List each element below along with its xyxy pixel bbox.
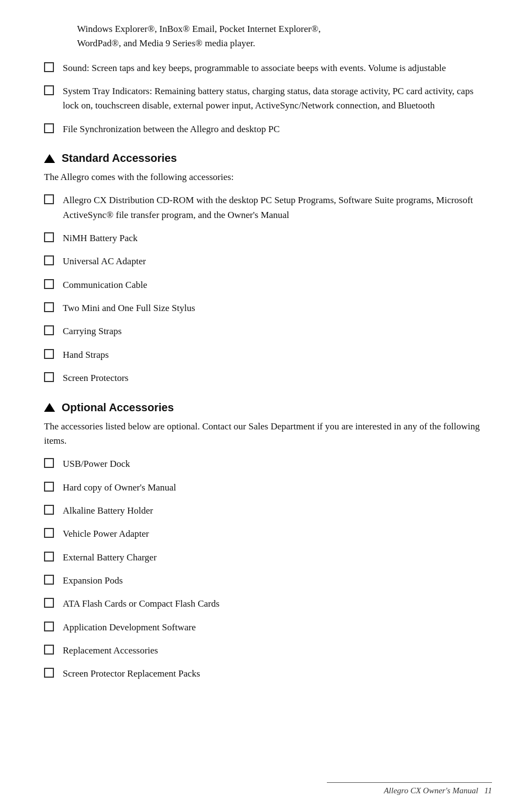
top-bullet-list: Sound: Screen taps and key beeps, progra…: [44, 61, 481, 137]
list-item: External Battery Charger: [44, 551, 481, 565]
list-item: Vehicle Power Adapter: [44, 527, 481, 541]
checkbox-icon: [44, 458, 54, 468]
checkbox-icon: [44, 622, 54, 631]
intro-continuation: Windows Explorer®, InBox® Email, Pocket …: [77, 22, 481, 51]
checkbox-icon: [44, 349, 54, 359]
list-item: Communication Cable: [44, 278, 481, 292]
checkbox-icon: [44, 325, 54, 335]
bullet-text: Hand Straps: [63, 348, 481, 362]
footer-text: Allegro CX Owner's Manual 11: [384, 786, 492, 795]
bullet-text: Screen Protectors: [63, 371, 481, 385]
bullet-text: Allegro CX Distribution CD-ROM with the …: [63, 193, 481, 222]
bullet-text: NiMH Battery Pack: [63, 231, 481, 246]
list-item: Carrying Straps: [44, 324, 481, 339]
checkbox-icon: [44, 255, 54, 265]
checkbox-icon: [44, 552, 54, 562]
bullet-text: Vehicle Power Adapter: [63, 527, 481, 541]
list-item: File Synchronization between the Allegro…: [44, 122, 481, 137]
triangle-icon: [44, 403, 55, 412]
intro-line2: WordPad®, and Media 9 Series® media play…: [77, 38, 255, 48]
checkbox-icon: [44, 645, 54, 655]
checkbox-icon: [44, 123, 54, 133]
optional-accessories-title: Optional Accessories: [62, 401, 174, 414]
bullet-text: Universal AC Adapter: [63, 254, 481, 269]
list-item: Allegro CX Distribution CD-ROM with the …: [44, 193, 481, 222]
bullet-text: Alkaline Battery Holder: [63, 504, 481, 518]
list-item: Sound: Screen taps and key beeps, progra…: [44, 61, 481, 75]
standard-accessories-list: Allegro CX Distribution CD-ROM with the …: [44, 193, 481, 385]
list-item: Application Development Software: [44, 620, 481, 635]
list-item: USB/Power Dock: [44, 457, 481, 471]
bullet-text: Application Development Software: [63, 620, 481, 635]
footer-manual-name: Allegro CX Owner's Manual: [384, 786, 478, 795]
list-item: ATA Flash Cards or Compact Flash Cards: [44, 597, 481, 611]
standard-accessories-title: Standard Accessories: [62, 152, 177, 165]
optional-accessories-list: USB/Power Dock Hard copy of Owner's Manu…: [44, 457, 481, 681]
checkbox-icon: [44, 194, 54, 204]
page-content: Windows Explorer®, InBox® Email, Pocket …: [0, 0, 525, 734]
page-footer: Allegro CX Owner's Manual 11: [327, 782, 492, 795]
bullet-text: Two Mini and One Full Size Stylus: [63, 301, 481, 315]
checkbox-icon: [44, 482, 54, 492]
checkbox-icon: [44, 575, 54, 585]
checkbox-icon: [44, 62, 54, 72]
checkbox-icon: [44, 302, 54, 312]
optional-accessories-header: Optional Accessories: [44, 401, 481, 414]
list-item: Replacement Accessories: [44, 644, 481, 658]
list-item: Screen Protectors: [44, 371, 481, 385]
bullet-text: Carrying Straps: [63, 324, 481, 339]
triangle-icon: [44, 154, 55, 163]
list-item: System Tray Indicators: Remaining batter…: [44, 84, 481, 113]
checkbox-icon: [44, 372, 54, 382]
checkbox-icon: [44, 279, 54, 289]
checkbox-icon: [44, 505, 54, 515]
bullet-text: Hard copy of Owner's Manual: [63, 481, 481, 495]
optional-accessories-intro: The accessories listed below are optiona…: [44, 419, 481, 449]
bullet-text: Expansion Pods: [63, 574, 481, 588]
list-item: Hard copy of Owner's Manual: [44, 481, 481, 495]
list-item: Expansion Pods: [44, 574, 481, 588]
checkbox-icon: [44, 528, 54, 538]
intro-line1: Windows Explorer®, InBox® Email, Pocket …: [77, 24, 321, 34]
list-item: Alkaline Battery Holder: [44, 504, 481, 518]
list-item: Two Mini and One Full Size Stylus: [44, 301, 481, 315]
standard-accessories-header: Standard Accessories: [44, 152, 481, 165]
list-item: Universal AC Adapter: [44, 254, 481, 269]
bullet-text: File Synchronization between the Allegro…: [63, 122, 481, 137]
list-item: Screen Protector Replacement Packs: [44, 667, 481, 681]
checkbox-icon: [44, 668, 54, 678]
checkbox-icon: [44, 232, 54, 242]
bullet-text: Screen Protector Replacement Packs: [63, 667, 481, 681]
bullet-text: ATA Flash Cards or Compact Flash Cards: [63, 597, 481, 611]
footer-page-number: 11: [484, 786, 492, 795]
standard-accessories-intro: The Allegro comes with the following acc…: [44, 170, 481, 184]
list-item: NiMH Battery Pack: [44, 231, 481, 246]
bullet-text: USB/Power Dock: [63, 457, 481, 471]
bullet-text: System Tray Indicators: Remaining batter…: [63, 84, 481, 113]
bullet-text: External Battery Charger: [63, 551, 481, 565]
bullet-text: Sound: Screen taps and key beeps, progra…: [63, 61, 481, 75]
checkbox-icon: [44, 85, 54, 95]
bullet-text: Communication Cable: [63, 278, 481, 292]
checkbox-icon: [44, 598, 54, 608]
bullet-text: Replacement Accessories: [63, 644, 481, 658]
list-item: Hand Straps: [44, 348, 481, 362]
